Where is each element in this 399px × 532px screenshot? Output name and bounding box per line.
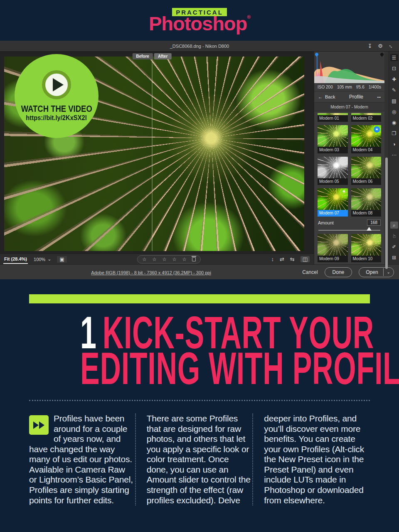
save-icon[interactable]: ↧ (367, 43, 372, 49)
masthead-kicker: PRACTICAL (172, 8, 227, 16)
preview-layout-icon[interactable]: ◫ (300, 256, 310, 262)
preview-cycle-icon[interactable]: ↕ (271, 256, 274, 262)
after-tab[interactable]: After (154, 53, 171, 59)
profile-thumb-modern-07[interactable]: ★ Modern 07 (318, 188, 348, 217)
more-options-icon[interactable]: ••• (377, 95, 381, 99)
histogram[interactable] (314, 52, 384, 83)
edit-panel-icon[interactable]: ☰ (390, 54, 398, 61)
favorite-star-icon[interactable]: ★ (342, 189, 346, 194)
acr-footer: Adobe RGB (1998) - 8 bit - 7360 x 4912 (… (0, 264, 399, 279)
play-icon[interactable] (42, 70, 71, 99)
more-tools-icon[interactable]: ⋯ (390, 151, 398, 158)
radial-filter-icon[interactable]: ◎ (390, 108, 398, 115)
fast-forward-icon (29, 415, 49, 435)
copy-settings-icon[interactable]: ⇆ (290, 256, 295, 262)
swap-before-after-icon[interactable]: ⇄ (280, 256, 284, 262)
chevron-down-icon: ⌄ (47, 256, 51, 262)
profile-panel: ISO 200 105 mm f/5.6 1/400s ← Back Profi… (314, 52, 384, 264)
video-badge-url: https://bit.ly/2KxSX2l (26, 114, 87, 122)
body-column-3: deeper into Profiles, and you’ll discove… (252, 414, 370, 505)
before-tab[interactable]: Before (132, 53, 153, 59)
exif-readout: ISO 200 105 mm f/5.6 1/400s (314, 83, 384, 91)
accent-bar (29, 294, 370, 303)
profile-thumb-modern-06[interactable]: Modern 06 (351, 157, 382, 185)
watch-video-badge[interactable]: WATCH THE VIDEO https://bit.ly/2KxSX2l (15, 54, 99, 138)
back-arrow-icon[interactable]: ← (318, 94, 323, 99)
done-button[interactable]: Done (325, 267, 352, 277)
spot-removal-icon[interactable]: ✚ (390, 76, 398, 83)
workflow-options-link[interactable]: Adobe RGB (1998) - 8 bit - 7360 x 4912 (… (91, 270, 211, 275)
adjustment-brush-icon[interactable]: ✎ (390, 86, 398, 94)
hand-tool-icon[interactable]: ☞ (391, 232, 398, 240)
profile-thumb-modern-03[interactable]: Modern 03 (318, 125, 348, 153)
amount-slider-thumb[interactable] (367, 227, 372, 231)
amount-slider[interactable] (318, 230, 380, 231)
open-button[interactable]: Open ⌄ (359, 267, 394, 277)
profile-thumb-modern-04[interactable]: ★ Modern 04 (351, 125, 382, 153)
amount-value-field[interactable]: 168 (367, 219, 381, 226)
presets-icon[interactable]: ◑ (390, 140, 398, 148)
crop-icon[interactable]: ⊡ (390, 65, 398, 72)
fit-zoom-button[interactable]: Fit (28.4%) (3, 254, 28, 264)
camera-raw-window: _DSC8068.dng - Nikon D800 ↧ ⚙ ↔ Before A… (0, 41, 399, 279)
profile-thumb-modern-02[interactable]: Modern 02 (351, 113, 382, 122)
red-eye-icon[interactable]: ◉ (390, 119, 398, 126)
magazine-masthead: PRACTICAL Photoshop® (0, 0, 399, 41)
star-rating[interactable]: ☆ ☆ ☆ ☆ ☆ (137, 255, 201, 264)
fullscreen-icon[interactable]: ↔ (387, 42, 396, 50)
profile-thumb-modern-10[interactable]: Modern 10 (351, 234, 382, 262)
favorite-star-icon[interactable]: ★ (374, 126, 380, 133)
video-badge-label: WATCH THE VIDEO (21, 103, 92, 114)
tool-strip: ☰ ⊡ ✚ ✎ ▤ ◎ ◉ ❐ ◑ ⋯ ⌕ ☞ ✐ ⊞ (389, 52, 399, 264)
amount-label: Amount (318, 220, 334, 225)
preferences-gear-icon[interactable]: ⚙ (378, 43, 383, 49)
body-column-1: Profiles have been around for a couple o… (29, 414, 135, 505)
trash-icon[interactable] (192, 257, 196, 261)
body-column-2: There are some Profiles that are designe… (135, 414, 253, 505)
article-section: 1KICK-START YOUR EDITING WITH PROFILES P… (0, 279, 399, 505)
article-headline: 1KICK-START YOUR EDITING WITH PROFILES (29, 314, 370, 386)
zoom-tool-icon[interactable]: ⌕ (390, 222, 398, 229)
canvas-statusbar: Fit (28.4%) 100%⌄ ▣ ☆ ☆ ☆ ☆ ☆ ↕ ⇄ ⇆ ◫ (0, 254, 314, 264)
cancel-button[interactable]: Cancel (302, 269, 318, 275)
panel-scrollbar[interactable] (384, 52, 389, 264)
preview-preferences-icon[interactable]: ▣ (57, 256, 66, 263)
profile-breadcrumb: Modern 07 - Modern (314, 103, 384, 111)
profile-thumb-modern-05[interactable]: Modern 05 (318, 157, 348, 185)
masthead-logo: Photoshop® (149, 14, 250, 33)
graduated-filter-icon[interactable]: ▤ (390, 97, 398, 104)
grid-overlay-icon[interactable]: ⊞ (390, 254, 398, 261)
back-button[interactable]: Back (325, 94, 335, 99)
image-canvas: Before After WATCH THE VIDEO https://bit… (0, 52, 314, 254)
open-dropdown-chevron-icon[interactable]: ⌄ (383, 268, 394, 276)
acr-titlebar: _DSC8068.dng - Nikon D800 ↧ ⚙ ↔ (0, 41, 399, 52)
scrollbar-thumb[interactable] (385, 158, 388, 269)
registered-mark: ® (247, 14, 250, 20)
snapshots-icon[interactable]: ❐ (390, 130, 398, 137)
zoom-level-select[interactable]: 100%⌄ (34, 256, 51, 262)
panel-title: Profile (335, 94, 377, 100)
document-title: _DSC8068.dng - Nikon D800 (0, 44, 399, 49)
dotted-divider (29, 400, 370, 401)
profile-thumb-modern-08[interactable]: Modern 08 (351, 188, 382, 217)
profile-thumb-modern-09[interactable]: Modern 09 (318, 234, 348, 262)
profile-thumb-modern-01[interactable]: Modern 01 (318, 113, 348, 122)
white-balance-icon[interactable]: ✐ (390, 243, 398, 250)
